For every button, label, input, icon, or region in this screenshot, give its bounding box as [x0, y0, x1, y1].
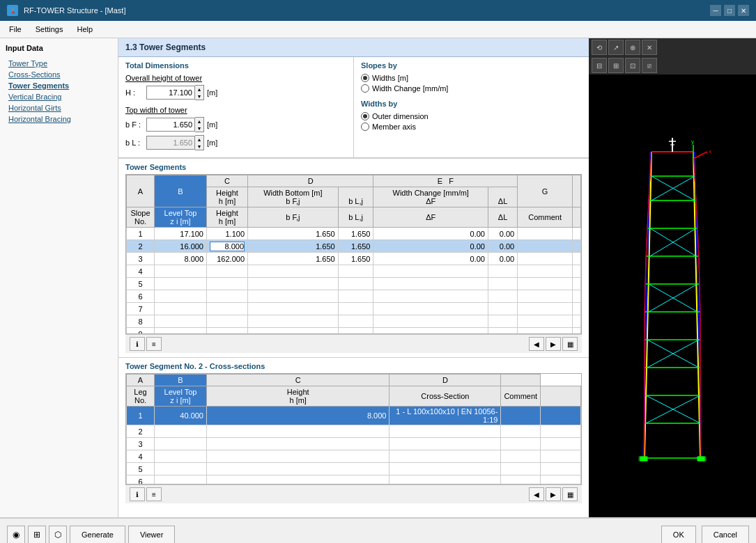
- segment-deltaf: [373, 278, 488, 290]
- viewer-btn-rotate[interactable]: ⟲: [592, 40, 607, 55]
- bf-spinner[interactable]: ▲ ▼: [195, 117, 204, 132]
- sidebar-item-cross-sections[interactable]: Cross-Sections: [3, 69, 115, 80]
- h-spin-up[interactable]: ▲: [195, 86, 203, 93]
- widths-option-outer[interactable]: Outer dimension: [361, 112, 582, 120]
- table-row[interactable]: 7: [127, 303, 581, 315]
- info-button[interactable]: ℹ: [130, 337, 145, 351]
- sidebar-item-tower-segments[interactable]: Tower Segments: [3, 80, 115, 91]
- maximize-button[interactable]: □: [724, 5, 735, 16]
- cs-col-a: A: [127, 375, 155, 386]
- cs-scroll-spacer: [541, 425, 581, 438]
- cs-height: [207, 475, 389, 485]
- cs-edit-button[interactable]: ≡: [146, 487, 162, 501]
- scroll-spacer: [573, 278, 581, 290]
- col-blj-subheader: b L,j: [338, 187, 373, 207]
- dimensions-title: Total Dimensions: [125, 61, 346, 70]
- cs-prev-button[interactable]: ◀: [529, 487, 544, 501]
- segment-blj: 1.650: [338, 240, 373, 253]
- cs-next-button[interactable]: ▶: [546, 487, 561, 501]
- table-row[interactable]: 216.0001.6501.6500.000.00: [127, 240, 581, 253]
- menu-settings[interactable]: Settings: [29, 22, 70, 36]
- bl-spinner[interactable]: ▲ ▼: [195, 135, 204, 150]
- close-button[interactable]: ✕: [738, 5, 749, 16]
- bl-input[interactable]: [146, 136, 195, 150]
- table-row[interactable]: 6: [127, 475, 581, 485]
- table-row[interactable]: 6: [127, 290, 581, 303]
- segment-bfj: [248, 278, 339, 290]
- sidebar-item-horizontal-bracing[interactable]: Horizontal Bracing: [3, 113, 115, 125]
- cs-cross-section: [389, 463, 501, 475]
- cs-level-top: [155, 450, 207, 463]
- cs-info-button[interactable]: ℹ: [130, 487, 145, 501]
- list-button[interactable]: ▦: [562, 337, 578, 351]
- table-row[interactable]: 5: [127, 278, 581, 290]
- table-row[interactable]: 9: [127, 328, 581, 335]
- edit-button[interactable]: ≡: [146, 337, 162, 351]
- widths-radio-member-axis[interactable]: [361, 123, 369, 131]
- table-row[interactable]: 140.0008.0001 - L 100x100x10 | EN 10056-…: [127, 407, 581, 425]
- h-spin-down[interactable]: ▼: [195, 93, 203, 100]
- table-row[interactable]: 4: [127, 450, 581, 463]
- table-row[interactable]: 2: [127, 425, 581, 438]
- dimensions-panel: Total Dimensions Overall height of tower…: [118, 57, 354, 157]
- cs-list-button[interactable]: ▦: [562, 487, 578, 501]
- sidebar-item-tower-type[interactable]: Tower Type: [3, 58, 115, 69]
- h-spinner[interactable]: ▲ ▼: [195, 85, 204, 100]
- bf-input[interactable]: [146, 118, 195, 132]
- segment-height: [207, 240, 248, 253]
- next-button[interactable]: ▶: [546, 337, 561, 351]
- footer-icon-btn-2[interactable]: ⊞: [28, 526, 46, 543]
- ok-button[interactable]: OK: [661, 526, 696, 543]
- sidebar-item-horizontal-girts[interactable]: Horizontal Girts: [3, 102, 115, 113]
- h-input[interactable]: [146, 86, 195, 100]
- bf-spin-up[interactable]: ▲: [195, 118, 203, 125]
- viewer-btn-fit[interactable]: ⊕: [625, 40, 640, 55]
- slopes-radio-widths[interactable]: [361, 74, 369, 82]
- cross-sections-table-wrapper[interactable]: A B C D LegNo. Level Topz i [m] Heighth …: [125, 373, 582, 485]
- cs-comment: [501, 425, 541, 438]
- cs-level-top: [155, 475, 207, 485]
- viewer-btn-node[interactable]: ⊟: [592, 58, 607, 73]
- bf-spin-down[interactable]: ▼: [195, 125, 203, 132]
- prev-button[interactable]: ◀: [529, 337, 544, 351]
- cancel-button[interactable]: Cancel: [702, 526, 749, 543]
- table-row[interactable]: 117.1001.1001.6501.6500.000.00: [127, 228, 581, 240]
- bl-spin-up[interactable]: ▲: [195, 136, 203, 143]
- slopes-radio-width-change[interactable]: [361, 84, 369, 93]
- viewer-btn-close[interactable]: ✕: [642, 40, 657, 55]
- generate-button[interactable]: Generate: [70, 526, 125, 543]
- footer-icon-btn-1[interactable]: ◉: [7, 526, 25, 543]
- viewer-btn-member[interactable]: ⊞: [608, 58, 624, 73]
- segment-deltaf: [373, 303, 488, 315]
- table-row[interactable]: 4: [127, 265, 581, 278]
- minimize-button[interactable]: ─: [710, 5, 721, 16]
- deltaf-label: ΔF: [373, 207, 488, 228]
- footer-icon-btn-3[interactable]: ⬡: [49, 526, 67, 543]
- segment-deltal: [488, 265, 517, 278]
- widths-radio-outer[interactable]: [361, 112, 369, 120]
- menu-help[interactable]: Help: [70, 22, 99, 36]
- slopes-option-width-change[interactable]: Width Change [mm/m]: [361, 84, 582, 93]
- sidebar-item-vertical-bracing[interactable]: Vertical Bracing: [3, 91, 115, 102]
- cs-scroll-spacer: [541, 475, 581, 485]
- segment-level-top: 16.000: [155, 240, 207, 253]
- viewer-btn-surface[interactable]: ⊡: [625, 58, 640, 73]
- viewer-btn-zoom[interactable]: ↗: [608, 40, 624, 55]
- viewer-button[interactable]: Viewer: [128, 526, 175, 543]
- table-row[interactable]: 8: [127, 315, 581, 328]
- cs-level-top: [155, 425, 207, 438]
- table-row[interactable]: 3: [127, 438, 581, 450]
- tower-segments-table-wrapper[interactable]: A B C D E F G Heighth [m] Width Bottom […: [125, 174, 582, 334]
- blj-label: b L,j: [338, 207, 373, 228]
- viewer-btn-render[interactable]: ⎚: [642, 58, 657, 73]
- table-row[interactable]: 5: [127, 463, 581, 475]
- segment-level-top: 8.000: [155, 253, 207, 265]
- cs-leg: 3: [127, 438, 155, 450]
- menu-file[interactable]: File: [3, 22, 28, 36]
- slopes-option-widths[interactable]: Widths [m]: [361, 74, 582, 82]
- app-icon: 🗼: [7, 5, 18, 16]
- bl-spin-down[interactable]: ▼: [195, 143, 203, 150]
- widths-option-member-axis[interactable]: Member axis: [361, 123, 582, 131]
- col-a-header: A: [127, 175, 155, 207]
- table-row[interactable]: 38.000162.0001.6501.6500.000.00: [127, 253, 581, 265]
